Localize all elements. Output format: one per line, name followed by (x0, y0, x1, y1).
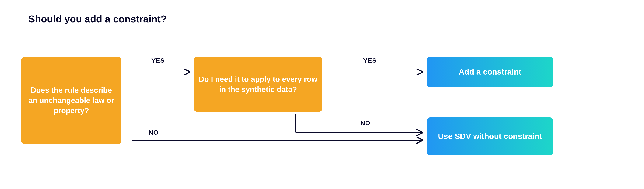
outcome-node-add-constraint: Add a constraint (427, 57, 553, 87)
edge-label-no-1: NO (148, 129, 158, 136)
edge-label-yes-1: YES (151, 57, 165, 64)
edge-label-no-2: NO (360, 119, 370, 127)
edge-label-yes-2: YES (363, 57, 377, 64)
diagram-title: Should you add a constraint? (28, 13, 167, 25)
outcome-node-use-sdv: Use SDV without constraint (427, 117, 553, 155)
decision-node-every-row: Do I need it to apply to every row in th… (194, 57, 322, 112)
decision-node-rule-unchangeable: Does the rule describe an unchangeable l… (21, 57, 122, 144)
